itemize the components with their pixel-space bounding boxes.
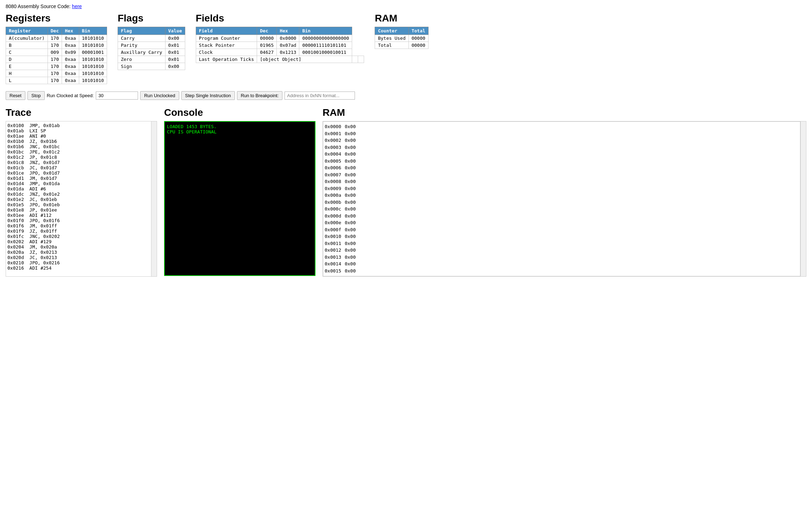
list-item: 0x01fc JNC, 0x0202 <box>7 234 150 239</box>
list-item: 0x000a0x00 <box>325 192 799 199</box>
list-item: 0x00130x00 <box>325 254 799 261</box>
list-item: 0x01c8 JNZ, 0x01d7 <box>7 160 150 165</box>
list-item: 0x00080x00 <box>325 178 799 185</box>
list-item: 0x01f9 JZ, 0x01ff <box>7 228 150 234</box>
stop-button[interactable]: Stop <box>27 91 45 100</box>
list-item: 0x00110x00 <box>325 240 799 247</box>
list-item: 0x01e5 JPO, 0x01eb <box>7 202 150 207</box>
speed-input[interactable] <box>96 92 138 100</box>
reg-col-register: Register <box>6 27 48 35</box>
list-item: 0x01f0 JPO, 0x01f6 <box>7 218 150 223</box>
table-row: Total00000 <box>375 42 428 49</box>
field-col-bin: Bin <box>299 27 352 35</box>
list-item: 0x00060x00 <box>325 164 799 171</box>
ram-scrollbar[interactable] <box>800 121 806 276</box>
list-item: 0x0216 ADI #254 <box>7 265 150 271</box>
list-item: 0x0202 ADI #129 <box>7 239 150 244</box>
top-link-bar: 8080 Assembly Source Code: here <box>6 4 806 9</box>
run-breakpoint-button[interactable]: Run to Breakpoint: <box>237 91 283 100</box>
trace-scrollbar[interactable] <box>151 121 157 276</box>
ram-bottom-section: RAM 0x00000x000x00010x000x00020x000x0003… <box>323 107 806 277</box>
list-item: 0x01ae ANI #0 <box>7 133 150 139</box>
flags-title: Flags <box>118 13 185 24</box>
field-col-dec: Dec <box>257 27 277 35</box>
ram-bottom-content[interactable]: 0x00000x000x00010x000x00020x000x00030x00… <box>323 121 800 276</box>
list-item: 0x000f0x00 <box>325 226 799 233</box>
ram-col-counter: Counter <box>375 27 408 35</box>
table-row: Stack Pointer019650x07ad0000011110101101 <box>196 42 364 49</box>
ram-counter-section: RAM Counter Total Bytes Used00000Total00… <box>375 13 428 49</box>
ram-bottom-title: RAM <box>323 107 806 118</box>
table-row: Last Operation Ticks[object Object] <box>196 56 364 63</box>
list-item: 0x00120x00 <box>325 247 799 254</box>
list-item: 0x00090x00 <box>325 185 799 192</box>
ram-counter-table: Counter Total Bytes Used00000Total00000 <box>375 27 428 49</box>
list-item: 0x00150x00 <box>325 268 799 275</box>
table-row: B1700xaa10101010 <box>6 42 107 49</box>
ram-bottom-wrapper: 0x00000x000x00010x000x00020x000x00030x00… <box>323 121 806 277</box>
reg-col-dec: Dec <box>48 27 62 35</box>
trace-section: Trace 0x0100 JMP, 0x01ab0x01ab LXI SP0x0… <box>6 107 157 277</box>
list-item: 0x00070x00 <box>325 171 799 178</box>
list-item: 0x01dc JNZ, 0x01e2 <box>7 191 150 197</box>
reset-button[interactable]: Reset <box>6 91 25 100</box>
step-single-button[interactable]: Step Single Instruction <box>181 91 235 100</box>
sections-row: Registers Register Dec Hex Bin A(ccumula… <box>6 13 806 84</box>
trace-content[interactable]: 0x0100 JMP, 0x01ab0x01ab LXI SP0x01ae AN… <box>6 121 151 276</box>
ram-col-total: Total <box>408 27 428 35</box>
table-row: Clock046270x12130001001000010011 <box>196 49 364 56</box>
table-row: A(ccumulator)1700xaa10101010 <box>6 35 107 42</box>
field-col-hex: Hex <box>277 27 299 35</box>
list-item: 0x000e0x00 <box>325 219 799 226</box>
list-item: 0x01da ADI #6 <box>7 186 150 191</box>
list-item: 0x01cb JC, 0x01d7 <box>7 165 150 170</box>
table-row: C0090x0900001001 <box>6 49 107 56</box>
list-item: 0x01ee ADI #112 <box>7 213 150 218</box>
bottom-row: Trace 0x0100 JMP, 0x01ab0x01ab LXI SP0x0… <box>6 107 806 277</box>
list-item: 0x020a JZ, 0x0213 <box>7 250 150 255</box>
list-item: 0x0100 JMP, 0x01ab <box>7 123 150 128</box>
console-line: LOADED 1453 BYTES. <box>167 124 313 129</box>
list-item: 0x01bc JPE, 0x01c2 <box>7 149 150 155</box>
flag-col-value: Value <box>165 27 185 35</box>
source-code-link[interactable]: here <box>72 4 82 9</box>
fields-section: Fields Field Dec Hex Bin Program Counter… <box>196 13 364 63</box>
registers-table: Register Dec Hex Bin A(ccumulator)1700xa… <box>6 27 107 84</box>
reg-col-hex: Hex <box>62 27 79 35</box>
console-box: LOADED 1453 BYTES.CPU IS OPERATIONAL <box>164 121 316 276</box>
table-row: H1700xaa10101010 <box>6 70 107 77</box>
flags-table: Flag Value Carry0x00Parity0x01Auxillary … <box>118 27 185 70</box>
table-row: Carry0x00 <box>118 35 185 42</box>
table-row: Program Counter000000x000000000000000000… <box>196 35 364 42</box>
console-section: Console LOADED 1453 BYTES.CPU IS OPERATI… <box>164 107 316 276</box>
table-row: Zero0x01 <box>118 56 185 63</box>
list-item: 0x00040x00 <box>325 151 799 158</box>
list-item: 0x01c2 JP, 0x01c8 <box>7 155 150 160</box>
console-title: Console <box>164 107 316 118</box>
list-item: 0x00020x00 <box>325 137 799 144</box>
list-item: 0x01e8 JP, 0x01ee <box>7 207 150 213</box>
run-unclocked-button[interactable]: Run Unclocked <box>140 91 179 100</box>
table-row: Parity0x01 <box>118 42 185 49</box>
table-row: D1700xaa10101010 <box>6 56 107 63</box>
registers-section: Registers Register Dec Hex Bin A(ccumula… <box>6 13 107 84</box>
breakpoint-input[interactable] <box>285 92 355 100</box>
list-item: 0x01b6 JNC, 0x01bc <box>7 144 150 149</box>
list-item: 0x00050x00 <box>325 158 799 165</box>
flags-section: Flags Flag Value Carry0x00Parity0x01Auxi… <box>118 13 185 70</box>
trace-title: Trace <box>6 107 157 118</box>
list-item: 0x01b0 JZ, 0x01b6 <box>7 139 150 144</box>
reg-col-bin: Bin <box>79 27 107 35</box>
run-clocked-label: Run Clocked at Speed: <box>47 93 94 98</box>
list-item: 0x00030x00 <box>325 144 799 151</box>
list-item: 0x01e2 JC, 0x01eb <box>7 197 150 202</box>
table-row: L1700xaa10101010 <box>6 77 107 84</box>
table-row: Bytes Used00000 <box>375 35 428 42</box>
list-item: 0x01d4 JMP, 0x01da <box>7 181 150 186</box>
fields-title: Fields <box>196 13 364 24</box>
list-item: 0x01f6 JM, 0x01ff <box>7 223 150 228</box>
list-item: 0x000c0x00 <box>325 206 799 213</box>
field-col-field: Field <box>196 27 257 35</box>
list-item: 0x020d JC, 0x0213 <box>7 255 150 260</box>
table-row: E1700xaa10101010 <box>6 63 107 70</box>
